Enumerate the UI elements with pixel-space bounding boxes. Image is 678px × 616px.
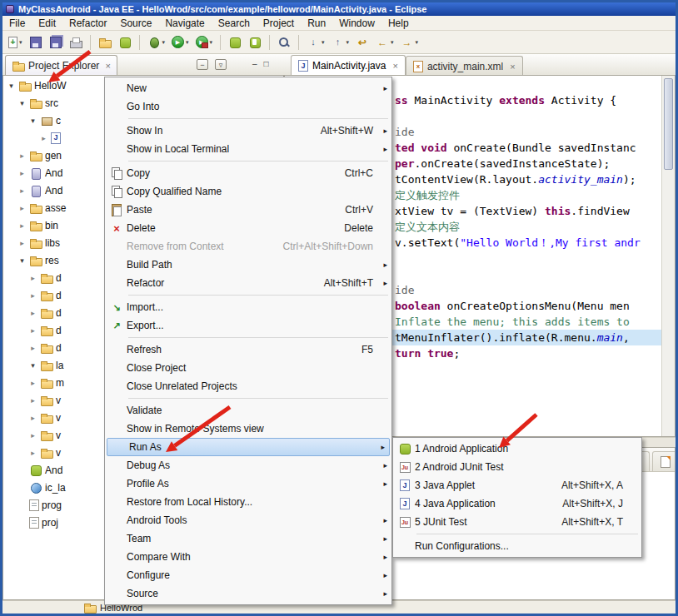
toolbar-print-button[interactable]: [67, 33, 85, 52]
context-menu-item-restore-from-local-history[interactable]: Restore from Local History...: [105, 493, 391, 511]
context-menu-item-close-project[interactable]: Close Project: [105, 359, 391, 377]
context-menu-item-paste[interactable]: PasteCtrl+V: [105, 201, 391, 219]
menubar-window[interactable]: Window: [332, 17, 381, 30]
tree-expander-icon[interactable]: ▸: [28, 414, 37, 422]
context-menu-item-show-in-local-terminal[interactable]: Show in Local Terminal▸: [105, 140, 391, 158]
tree-expander-icon[interactable]: ▾: [28, 117, 37, 125]
scrollbar-thumb[interactable]: [664, 78, 673, 170]
toolbar-save-button[interactable]: [27, 33, 45, 52]
menu-item-icon-slot: [395, 442, 415, 455]
context-menu-item-remove-from-context[interactable]: Remove from ContextCtrl+Alt+Shift+Down: [105, 237, 391, 256]
tree-expander-icon[interactable]: ▸: [17, 186, 27, 195]
view-menu-icon[interactable]: ▿: [215, 59, 227, 70]
toolbar-forward-button[interactable]: →▾: [398, 33, 421, 52]
toolbar-android-sdk-manager-button[interactable]: ↓: [226, 33, 244, 52]
toolbar-back-button[interactable]: ←▾: [373, 33, 396, 52]
tree-expander-icon[interactable]: ▸: [28, 309, 37, 317]
tree-expander-icon[interactable]: ▾: [17, 256, 27, 265]
context-menu-item-copy-qualified-name[interactable]: Copy Qualified Name: [105, 182, 391, 201]
run-as-item-4-java-application[interactable]: J4 Java ApplicationAlt+Shift+X, J: [393, 494, 641, 513]
editor-tab-activity-main-xml[interactable]: xactivity_main.xml×: [406, 56, 523, 76]
context-menu-item-copy[interactable]: CopyCtrl+C: [105, 164, 391, 182]
tree-expander-icon[interactable]: ▸: [28, 291, 37, 300]
context-menu-item-source[interactable]: Source▸: [105, 584, 391, 603]
tree-expander-icon[interactable]: ▸: [28, 449, 37, 457]
toolbar-android-avd-manager-button[interactable]: [246, 33, 264, 52]
paste-icon: [110, 203, 123, 216]
toolbar-new-wizard-button[interactable]: +▾: [6, 33, 25, 52]
context-menu-item-go-into[interactable]: Go Into: [105, 97, 391, 116]
toolbar-new-java-project-button[interactable]: J: [96, 33, 114, 52]
tree-expander-icon[interactable]: ▸: [17, 239, 27, 247]
context-menu-item-run-as[interactable]: Run As▸: [107, 438, 390, 456]
minimize-view-icon[interactable]: –: [252, 59, 257, 68]
run-as-item-5-junit-test[interactable]: Ju5 JUnit TestAlt+Shift+X, T: [393, 513, 641, 531]
tree-expander-icon[interactable]: ▸: [17, 221, 27, 230]
menubar-file[interactable]: File: [2, 17, 32, 30]
run-as-item-3-java-applet[interactable]: J3 Java AppletAlt+Shift+X, A: [393, 476, 641, 494]
code-text: "Hello World！,My first andr: [460, 236, 641, 249]
title-bar[interactable]: MyClassAndroid - Java EE - HelloWrod/src…: [2, 2, 676, 16]
context-menu-item-validate[interactable]: Validate: [105, 401, 391, 420]
context-menu-item-export[interactable]: ↗Export...: [105, 316, 391, 335]
tree-expander-icon[interactable]: ▸: [28, 431, 37, 440]
editor-scrollbar[interactable]: [661, 76, 675, 436]
toolbar-new-android-app-button[interactable]: [116, 33, 134, 52]
tree-expander-icon[interactable]: ▸: [17, 204, 27, 212]
context-menu-item-import[interactable]: ↘Import...: [105, 298, 391, 316]
tree-expander-icon[interactable]: ▸: [28, 379, 37, 387]
collapse-all-icon[interactable]: −: [197, 59, 208, 70]
bottom-tab-snippets[interactable]: Snippets: [652, 451, 675, 471]
close-view-icon[interactable]: ×: [105, 61, 110, 71]
menubar-search[interactable]: Search: [212, 17, 257, 30]
menubar-help[interactable]: Help: [381, 17, 416, 30]
run-as-item-1-android-application[interactable]: 1 Android Application: [393, 440, 641, 458]
context-menu-item-close-unrelated-projects[interactable]: Close Unrelated Projects: [105, 377, 391, 395]
menubar-refactor[interactable]: Refactor: [62, 17, 113, 30]
tab-project-explorer[interactable]: Project Explorer ×: [5, 55, 117, 76]
context-menu-item-refresh[interactable]: RefreshF5: [105, 340, 391, 359]
tree-expander-icon[interactable]: ▾: [17, 99, 27, 107]
close-tab-icon[interactable]: ×: [510, 62, 515, 72]
toolbar-prev-annotation-button[interactable]: ↑▾: [329, 33, 352, 52]
context-menu-item-profile-as[interactable]: Profile As▸: [105, 474, 391, 493]
context-menu-item-new[interactable]: New▸: [105, 79, 391, 97]
context-menu-item-show-in[interactable]: Show InAlt+Shift+W▸: [105, 122, 391, 140]
context-menu-item-delete[interactable]: ×DeleteDelete: [105, 219, 391, 237]
tree-expander-icon[interactable]: ▾: [28, 361, 37, 370]
tree-expander-icon[interactable]: ▸: [17, 152, 27, 160]
menubar-run[interactable]: Run: [301, 17, 332, 30]
toolbar-run-button[interactable]: ▶▾: [169, 33, 192, 52]
context-menu-item-refactor[interactable]: RefactorAlt+Shift+T▸: [105, 274, 391, 292]
folder-icon: [40, 359, 53, 372]
close-tab-icon[interactable]: ×: [392, 61, 397, 71]
run-as-item-2-android-junit-test[interactable]: Ju2 Android JUnit Test: [393, 458, 641, 476]
tree-expander-icon[interactable]: ▸: [28, 344, 37, 352]
toolbar-save-all-button[interactable]: [47, 33, 65, 52]
tree-expander-icon[interactable]: ▸: [28, 396, 37, 405]
editor-tab-mainactivity-java[interactable]: JMainActivity.java×: [291, 55, 406, 76]
toolbar-external-tools-button[interactable]: ▶▾: [193, 33, 216, 52]
context-menu-item-build-path[interactable]: Build Path▸: [105, 256, 391, 274]
menubar-navigate[interactable]: Navigate: [158, 17, 211, 30]
context-menu-item-compare-with[interactable]: Compare With▸: [105, 548, 391, 566]
toolbar-search-button[interactable]: [275, 33, 293, 52]
toolbar-next-annotation-button[interactable]: ↓▾: [304, 33, 327, 52]
context-menu-item-debug-as[interactable]: Debug As▸: [105, 456, 391, 474]
tree-expander-icon[interactable]: ▸: [28, 326, 37, 335]
context-menu-item-team[interactable]: Team▸: [105, 529, 391, 548]
menubar-project[interactable]: Project: [257, 17, 301, 30]
tree-expander-icon[interactable]: ▸: [39, 134, 48, 142]
menubar-source[interactable]: Source: [113, 17, 158, 30]
context-menu-item-show-in-remote-systems-view[interactable]: Show in Remote Systems view: [105, 420, 391, 438]
toolbar-last-edit-location-button[interactable]: ↩: [353, 33, 371, 52]
context-menu-item-configure[interactable]: Configure▸: [105, 566, 391, 584]
run-as-item-run-configurations[interactable]: Run Configurations...: [393, 537, 641, 555]
context-menu-item-android-tools[interactable]: Android Tools▸: [105, 511, 391, 529]
tree-expander-icon[interactable]: ▸: [17, 169, 27, 177]
tree-expander-icon[interactable]: ▸: [28, 274, 37, 282]
tree-expander-icon[interactable]: ▾: [7, 82, 16, 90]
maximize-view-icon[interactable]: □: [264, 59, 269, 68]
menubar-edit[interactable]: Edit: [32, 17, 62, 30]
toolbar-debug-button[interactable]: ▾: [145, 33, 168, 52]
